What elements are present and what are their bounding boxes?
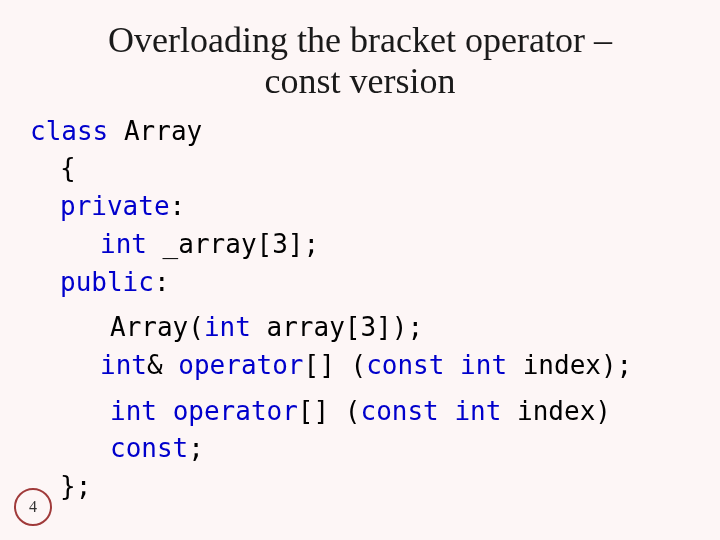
amp: & xyxy=(147,350,178,380)
keyword-public: public xyxy=(60,267,154,297)
sp xyxy=(157,396,173,426)
spacer xyxy=(30,301,690,309)
op-mid: [] ( xyxy=(304,350,367,380)
code-line-private: private: xyxy=(30,188,690,226)
field-decl: _array[3]; xyxy=(147,229,319,259)
code-line-op2: int operator[] (const int index) const; xyxy=(30,393,690,468)
keyword-const: const xyxy=(366,350,444,380)
keyword-class: class xyxy=(30,116,108,146)
page-number: 4 xyxy=(29,498,37,516)
ctor-pre: Array( xyxy=(110,312,204,342)
colon: : xyxy=(154,267,170,297)
ctor-post: array[3]); xyxy=(251,312,423,342)
code-line-rbrace: }; xyxy=(30,468,690,506)
code-line-lbrace: { xyxy=(30,150,690,188)
sp xyxy=(444,350,460,380)
keyword-private: private xyxy=(60,191,170,221)
slide-title: Overloading the bracket operator – const… xyxy=(0,0,720,113)
sp xyxy=(439,396,455,426)
keyword-const: const xyxy=(360,396,438,426)
code-line-ctor: Array(int array[3]); xyxy=(30,309,690,347)
code-block: class Array { private: int _array[3]; pu… xyxy=(0,113,720,506)
colon: : xyxy=(170,191,186,221)
title-line-1: Overloading the bracket operator – xyxy=(108,20,612,60)
keyword-int: int xyxy=(100,350,147,380)
spacer xyxy=(30,385,690,393)
keyword-operator: operator xyxy=(173,396,298,426)
keyword-const: const xyxy=(110,433,188,463)
keyword-int: int xyxy=(110,396,157,426)
code-line-public: public: xyxy=(30,264,690,302)
class-name: Array xyxy=(108,116,202,146)
keyword-int: int xyxy=(100,229,147,259)
slide: Overloading the bracket operator – const… xyxy=(0,0,720,540)
op-mid: [] ( xyxy=(298,396,361,426)
keyword-int: int xyxy=(460,350,507,380)
code-line-op1: int& operator[] (const int index); xyxy=(30,347,690,385)
keyword-operator: operator xyxy=(178,350,303,380)
op-post1: index) xyxy=(501,396,611,426)
page-number-badge: 4 xyxy=(14,488,52,526)
code-line-class: class Array xyxy=(30,113,690,151)
keyword-int: int xyxy=(204,312,251,342)
op-post: index); xyxy=(507,350,632,380)
title-line-2: const version xyxy=(265,61,456,101)
code-line-field: int _array[3]; xyxy=(30,226,690,264)
op-post2: ; xyxy=(188,433,204,463)
keyword-int: int xyxy=(454,396,501,426)
